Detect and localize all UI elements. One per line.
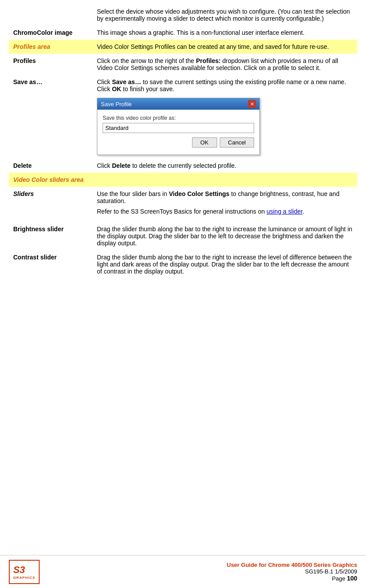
dialog-profile-name-input[interactable]: [103, 123, 254, 133]
profiles-desc-prefix: Click on the arrow to the right of the: [97, 57, 196, 64]
contrast-row: Contrast slider Drag the slider thumb al…: [9, 250, 357, 278]
brightness-label: Brightness slider: [9, 222, 92, 250]
saveas-suffix: to finish your save.: [121, 85, 174, 92]
profiles-area-label: Profiles area: [9, 40, 92, 54]
footer-page: Page 100: [227, 575, 357, 582]
intro-row: Select the device whose video adjustment…: [9, 4, 357, 26]
dialog-buttons: OK Cancel: [103, 137, 254, 149]
logo-graphics-text: GRAPHICS: [13, 576, 35, 580]
logo-s3-text: S3: [13, 564, 35, 576]
saveas-row: Save as… Click Save as… to save the curr…: [9, 75, 357, 159]
intro-right: Select the device whose video adjustment…: [92, 4, 357, 26]
save-profile-dialog: Save Profile ✕ Save this video color pro…: [97, 98, 260, 155]
profiles-area-row: Profiles area Video Color Settings Profi…: [9, 40, 357, 54]
logo-inner: S3 GRAPHICS: [13, 564, 35, 580]
delete-label: Delete: [9, 159, 92, 173]
saveas-label: Save as…: [9, 75, 92, 159]
sliders-p1-prefix: Use the four slider bars in: [97, 190, 169, 197]
brightness-desc: Drag the slider thumb along the bar to t…: [92, 222, 357, 250]
profiles-row: Profiles Click on the arrow to the right…: [9, 54, 357, 75]
s3-graphics-logo: S3 GRAPHICS: [9, 560, 40, 584]
profiles-label: Profiles: [9, 54, 92, 75]
content-table: Select the device whose video adjustment…: [9, 4, 357, 278]
footer-version-date: SG195-B.1 1/5/2009: [227, 568, 357, 575]
intro-left: [9, 4, 92, 26]
sliders-p2-suffix: .: [303, 208, 304, 215]
saveas-text: Click Save as… to save the current setti…: [97, 78, 353, 92]
sliders-row: Sliders Use the four slider bars in Vide…: [9, 187, 357, 222]
profiles-area-desc: Video Color Settings Profiles can be cre…: [92, 40, 357, 54]
chromo-desc: This image shows a graphic. This is a no…: [92, 26, 357, 40]
sliders-desc: Use the four slider bars in Video Color …: [92, 187, 357, 222]
footer-text-block: User Guide for Chrome 400/500 Series Gra…: [227, 562, 357, 582]
video-color-sliders-label: Video Color sliders area: [9, 173, 92, 187]
dialog-titlebar: Save Profile ✕: [97, 98, 259, 110]
dialog-close-button[interactable]: ✕: [248, 100, 256, 108]
sliders-p1-bold: Video Color Settings: [169, 190, 229, 197]
sliders-p2: Refer to the S3 ScreenToys Basics for ge…: [97, 208, 353, 215]
contrast-label: Contrast slider: [9, 250, 92, 278]
sliders-p2-prefix: Refer to the S3 ScreenToys Basics for ge…: [97, 208, 266, 215]
delete-prefix: Click: [97, 162, 112, 169]
chromo-row: ChromoColor image This image shows a gra…: [9, 26, 357, 40]
footer-guide-title: User Guide for Chrome 400/500 Series Gra…: [227, 562, 357, 568]
footer-page-number: 100: [347, 575, 357, 582]
saveas-bold2: OK: [112, 85, 121, 92]
delete-row: Delete Click Delete to delete the curren…: [9, 159, 357, 173]
contrast-desc: Drag the slider thumb along the bar to t…: [92, 250, 357, 278]
sliders-p1: Use the four slider bars in Video Color …: [97, 190, 353, 204]
delete-bold: Delete: [112, 162, 130, 169]
chromo-label: ChromoColor image: [9, 26, 92, 40]
page-content: Select the device whose video adjustment…: [0, 0, 366, 314]
profiles-desc-bold: Profiles:: [196, 57, 221, 64]
brightness-row: Brightness slider Drag the slider thumb …: [9, 222, 357, 250]
delete-desc: Click Delete to delete the currently sel…: [92, 159, 357, 173]
saveas-prefix: Click: [97, 78, 112, 85]
dialog-title: Save Profile: [101, 101, 132, 107]
footer-page-label: Page: [332, 575, 347, 582]
saveas-desc: Click Save as… to save the current setti…: [92, 75, 357, 159]
saveas-bold1: Save as…: [112, 78, 141, 85]
video-color-sliders-desc: [92, 173, 357, 187]
page-footer: S3 GRAPHICS User Guide for Chrome 400/50…: [0, 555, 366, 588]
dialog-body: Save this video color profile as: OK Can…: [97, 110, 259, 155]
dialog-label: Save this video color profile as:: [103, 115, 254, 121]
delete-suffix: to delete the currently selected profile…: [130, 162, 236, 169]
dialog-ok-button[interactable]: OK: [192, 137, 217, 148]
sliders-label: Sliders: [9, 187, 92, 222]
dialog-cancel-button[interactable]: Cancel: [220, 137, 254, 148]
profiles-desc: Click on the arrow to the right of the P…: [92, 54, 357, 75]
video-color-sliders-row: Video Color sliders area: [9, 173, 357, 187]
using-a-slider-link[interactable]: using a slider: [266, 208, 303, 215]
